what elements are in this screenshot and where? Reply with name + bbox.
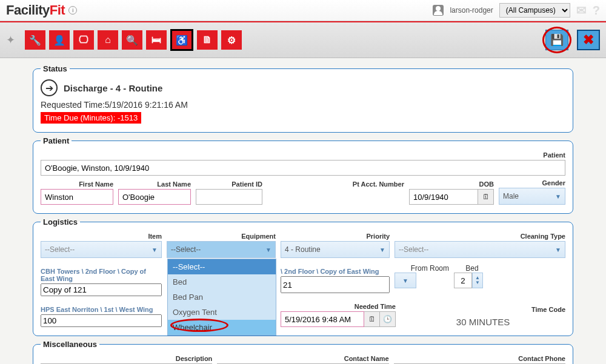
bed-input[interactable] xyxy=(454,273,472,288)
patient-full-input[interactable] xyxy=(41,160,565,176)
acct-number-label: Pt Acct. Number xyxy=(267,180,404,188)
campus-select[interactable]: (All Campuses) xyxy=(499,3,570,18)
misc-panel: Miscellaneous Description Contact Name C… xyxy=(33,340,573,364)
logo-text-b: Fit xyxy=(50,2,65,18)
item-label: Item xyxy=(41,233,162,240)
calendar-icon[interactable]: 🗓 xyxy=(478,189,494,205)
first-name-input[interactable] xyxy=(41,189,113,205)
home-icon[interactable]: ⌂ xyxy=(98,30,118,50)
item-select[interactable]: --Select--▼ xyxy=(41,241,162,258)
annotation-circle-wheelchair xyxy=(170,319,228,332)
logo-text-a: Facility xyxy=(6,2,50,18)
contact-name-label: Contact Name xyxy=(217,355,388,362)
misc-legend: Miscellaneous xyxy=(41,340,99,349)
cleaning-type-select[interactable]: --Select--▼ xyxy=(395,241,565,258)
priority-value: 4 - Routine xyxy=(285,245,321,254)
monitor-icon[interactable]: 🖵 xyxy=(73,30,94,50)
cleaning-type-label: Cleaning Type xyxy=(395,233,565,240)
dob-label: DOB xyxy=(409,180,494,188)
from-location-crumb: CBH Towers \ 2nd Floor \ Copy of East Wi… xyxy=(41,268,162,282)
last-name-label: Last Name xyxy=(118,180,191,188)
equip-opt-bed[interactable]: Bed xyxy=(168,274,276,290)
document-icon[interactable]: 🗎 xyxy=(197,30,218,50)
equipment-value: --Select-- xyxy=(171,245,201,254)
save-button[interactable]: 💾 xyxy=(545,30,568,50)
wheelchair-icon[interactable]: ♿ xyxy=(170,29,193,51)
fromroom-crumb: \ 2nd Floor \ Copy of East Wing xyxy=(281,268,390,275)
from-room-label: From Room xyxy=(395,264,449,273)
from-room-input[interactable] xyxy=(281,276,390,293)
needed-time-label: Needed Time xyxy=(281,303,396,310)
cleaning-type-value: --Select-- xyxy=(399,245,428,254)
patient-panel: Patient Patient First Name Last Name Pat… xyxy=(33,136,573,214)
equip-opt-bedpan[interactable]: Bed Pan xyxy=(168,290,276,305)
person-icon[interactable]: 👤 xyxy=(49,30,70,50)
priority-select[interactable]: 4 - Routine▼ xyxy=(281,241,390,258)
clock-icon[interactable]: 🕒 xyxy=(380,311,396,327)
gender-value: Male xyxy=(503,192,519,200)
equipment-dropdown: --Select-- Bed Bed Pan Oxygen Tent Wheel… xyxy=(167,259,276,336)
requested-time: Requested Time:5/19/2016 9:21:16 AM xyxy=(41,100,565,110)
wrench-icon[interactable]: 🔧 xyxy=(25,30,45,50)
patient-id-input[interactable] xyxy=(196,189,262,205)
bed-label: Bed xyxy=(454,264,490,273)
priority-label: Priority xyxy=(281,233,390,240)
close-button[interactable]: ✖ xyxy=(577,30,600,50)
calendar-icon[interactable]: 🗓 xyxy=(364,311,380,327)
username-label[interactable]: larson-rodger xyxy=(450,6,493,15)
from-location-input[interactable] xyxy=(41,283,162,296)
user-icon xyxy=(433,5,444,16)
equipment-label: Equipment xyxy=(167,233,276,240)
status-arrow-icon: ➔ xyxy=(41,79,58,96)
status-legend: Status xyxy=(41,64,70,73)
description-label: Description xyxy=(41,355,212,362)
app-logo: FacilityFit xyxy=(6,2,65,18)
to-location-input[interactable] xyxy=(41,314,162,327)
status-panel: Status ➔ Discharge - 4 - Routine Request… xyxy=(33,64,573,133)
item-value: --Select-- xyxy=(45,245,75,254)
equip-opt-wheelchair[interactable]: Wheelchair xyxy=(168,320,276,335)
status-title: Discharge - 4 - Routine xyxy=(64,83,162,93)
contact-phone-label: Contact Phone xyxy=(394,355,565,362)
logistics-legend: Logistics xyxy=(41,217,80,227)
equipment-select[interactable]: --Select--▼ --Select-- Bed Bed Pan Oxyge… xyxy=(167,241,276,258)
last-name-input[interactable] xyxy=(118,189,191,205)
time-due-badge: Time Due (Minutes): -1513 xyxy=(41,112,141,124)
help-icon[interactable]: ? xyxy=(593,4,600,18)
equip-opt-oxygen[interactable]: Oxygen Tent xyxy=(168,305,276,320)
equip-opt-select[interactable]: --Select-- xyxy=(168,259,276,274)
patient-full-label: Patient xyxy=(41,151,565,159)
gender-select[interactable]: Male▼ xyxy=(499,188,565,205)
app-header: FacilityFit i larson-rodger (All Campuse… xyxy=(0,0,606,21)
dob-input[interactable] xyxy=(409,189,478,205)
messages-icon[interactable]: ✉ xyxy=(576,3,587,18)
patient-id-label: Patient ID xyxy=(196,180,262,188)
spark-icon[interactable]: ✦ xyxy=(6,33,15,47)
time-code-label: Time Code xyxy=(401,306,565,313)
search-icon[interactable]: 🔍 xyxy=(122,30,142,50)
bed-spinner[interactable]: ▲▼ xyxy=(472,273,483,288)
bed-icon[interactable]: 🛏 xyxy=(146,30,167,50)
from-room-dropdown-button[interactable]: ▼ xyxy=(395,273,416,288)
first-name-label: First Name xyxy=(41,180,113,188)
save-highlight: 💾 xyxy=(542,26,572,54)
logistics-panel: Logistics Item --Select--▼ Equipment --S… xyxy=(33,217,573,336)
settings-icon[interactable]: ⚙ xyxy=(221,30,242,50)
main-toolbar: ✦ 🔧 👤 🖵 ⌂ 🔍 🛏 ♿ 🗎 ⚙ 💾 ✖ xyxy=(0,21,606,58)
patient-legend: Patient xyxy=(41,136,72,145)
to-location-crumb: HPS East Norriton \ 1st \ West Wing xyxy=(41,306,162,313)
gender-label: Gender xyxy=(499,179,565,187)
needed-time-input[interactable] xyxy=(281,311,364,327)
info-icon[interactable]: i xyxy=(68,6,77,15)
time-code-value: 30 MINUTES xyxy=(401,314,565,327)
